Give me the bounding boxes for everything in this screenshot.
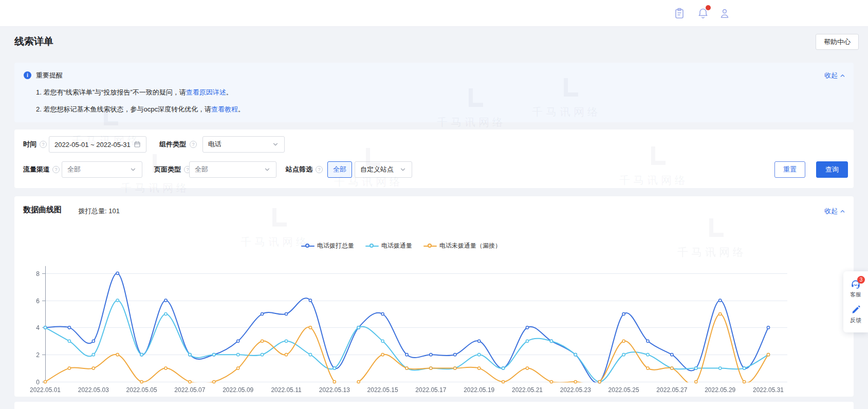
custom-site-select[interactable]: 自定义站点 [355, 161, 412, 178]
traffic-channel-select[interactable]: 全部 [62, 161, 142, 178]
reset-button[interactable]: 重置 [774, 161, 805, 178]
chevron-down-icon [399, 166, 407, 173]
site-filter-label: 站点筛选 [286, 161, 312, 178]
user-icon[interactable] [718, 7, 731, 20]
customer-service-badge: 3 [857, 276, 865, 284]
bell-icon[interactable] [697, 7, 709, 20]
notice-item-2: 2. 若您想标记基木鱼线索状态，参与ocpc深度转化优化，请查看教程。 [36, 105, 245, 114]
site-filter-help-icon[interactable]: ? [316, 166, 323, 173]
site-all-chip[interactable]: 全部 [327, 161, 352, 178]
time-label: 时间 [23, 136, 36, 153]
line-chart-canvas[interactable] [21, 252, 833, 395]
notice-item-1: 1. 若您有“线索详单”与“投放报告”不一致的疑问，请查看原因详述。 [36, 88, 233, 97]
pencil-icon [851, 305, 861, 315]
page-type-label: 页面类型 [154, 161, 181, 178]
page-type-select[interactable]: 全部 [189, 161, 276, 178]
query-button[interactable]: 查询 [816, 161, 848, 178]
legend-marker-icon [301, 243, 315, 249]
floating-widget: 3 客服 反馈 [843, 271, 868, 332]
notice-link-2[interactable]: 查看教程 [211, 105, 238, 113]
info-icon: i [24, 71, 31, 79]
component-type-help-icon[interactable]: ? [190, 141, 197, 148]
page-title: 线索详单 [14, 35, 53, 48]
component-type-label: 组件类型 [159, 136, 186, 153]
notice-collapse-button[interactable]: 收起 [824, 71, 845, 80]
topbar [0, 0, 868, 27]
notice-link-1[interactable]: 查看原因详述 [186, 88, 226, 96]
notification-dot [706, 5, 711, 10]
filter-card: 时间 ? 2022-05-01 ~ 2022-05-31 组件类型 ? 电话 流… [14, 129, 854, 188]
chevron-down-icon [130, 166, 137, 173]
notice-title: 重要提醒 [36, 71, 63, 80]
time-help-icon[interactable]: ? [40, 141, 47, 148]
traffic-channel-help-icon[interactable]: ? [52, 166, 60, 173]
total-calls-label: 拨打总量: 101 [78, 207, 120, 216]
clipboard-icon[interactable] [673, 7, 686, 20]
chart-card: 数据曲线图 拨打总量: 101 收起 电话拨打总量 电话拨通量 电话未拨通量（漏… [14, 196, 854, 397]
chevron-down-icon [272, 141, 279, 148]
chevron-up-icon [840, 209, 845, 214]
help-center-button[interactable]: 帮助中心 [816, 34, 859, 50]
chevron-up-icon [840, 73, 845, 79]
date-range-input[interactable]: 2022-05-01 ~ 2022-05-31 [49, 136, 146, 153]
legend-item-total-calls[interactable]: 电话拨打总量 [301, 241, 354, 250]
feedback-button[interactable]: 反馈 [843, 302, 868, 327]
page: 线索详单 帮助中心 i 重要提醒 收起 1. 若您有“线索详单”与“投放报告”不… [0, 0, 868, 409]
chevron-down-icon [264, 166, 271, 173]
notice-card: i 重要提醒 收起 1. 若您有“线索详单”与“投放报告”不一致的疑问，请查看原… [14, 63, 854, 122]
traffic-channel-label: 流量渠道 [23, 161, 50, 178]
legend-item-connected-calls[interactable]: 电话拨通量 [365, 241, 412, 250]
calendar-icon [134, 141, 141, 148]
legend-marker-icon [365, 243, 379, 249]
legend-marker-icon [423, 243, 437, 249]
chart-collapse-button[interactable]: 收起 [824, 207, 845, 216]
chart-section-title: 数据曲线图 [23, 205, 62, 215]
legend-item-missed-calls[interactable]: 电话未拨通量（漏接） [423, 241, 501, 250]
component-type-select[interactable]: 电话 [202, 136, 285, 153]
customer-service-button[interactable]: 3 客服 [843, 276, 868, 302]
next-section-card [14, 402, 854, 409]
chart-legend: 电话拨打总量 电话拨通量 电话未拨通量（漏接） [301, 241, 501, 250]
